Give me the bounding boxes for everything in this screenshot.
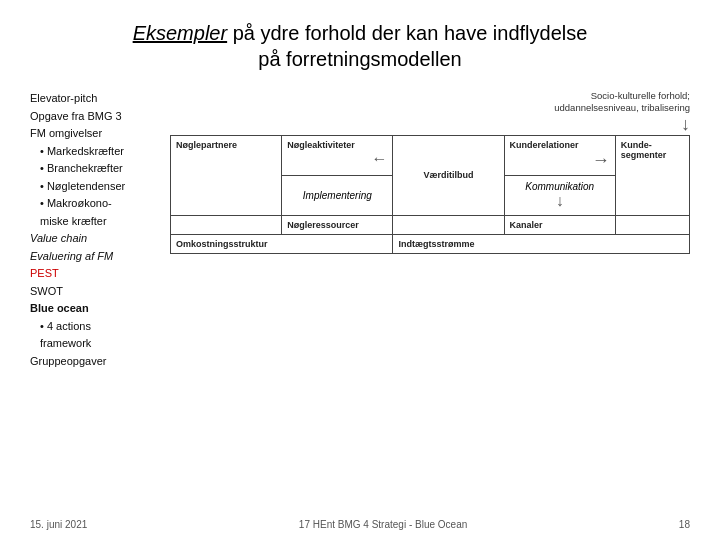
list-item: PEST [30,265,160,282]
list-item: Elevator-pitch [30,90,160,107]
title-part3: på forretningsmodellen [258,48,461,70]
footer: 15. juni 2021 17 HEnt BMG 4 Strategi - B… [0,519,720,530]
cell-kanaler: Kanaler [504,215,615,234]
list-item: miske kræfter [30,213,160,230]
list-item: framework [30,335,160,352]
list-item: Gruppeopgaver [30,353,160,370]
title-eksempler: Eksempler [133,22,227,44]
list-item: Evaluering af FM [30,248,160,265]
list-item: • Makroøkono- [30,195,160,212]
footer-center: 17 HEnt BMG 4 Strategi - Blue Ocean [299,519,467,530]
cell-kundesegmenter-spacer [615,215,689,234]
list-item: SWOT [30,283,160,300]
list-item: • Nøgletendenser [30,178,160,195]
content-area: Elevator-pitch Opgave fra BMG 3 FM omgiv… [30,90,690,370]
page-title: Eksempler på ydre forhold der kan have i… [30,20,690,72]
cell-vaerditilbud-spacer [393,215,504,234]
socio-label-1: Socio-kulturelle forhold; [591,90,690,101]
arrow-right-icon: → [592,150,610,171]
list-item: • 4 actions [30,318,160,335]
cell-vaerditilbud: Værditilbud [393,135,504,215]
bmc-table: Nøglepartnere Nøgleaktiviteter ← Værditi… [170,135,690,254]
page: Eksempler på ydre forhold der kan have i… [0,0,720,540]
list-item: • Markedskræfter [30,143,160,160]
cell-nogleressourcer: Nøgleressourcer [282,215,393,234]
cell-nogleaktiviteter: Nøgleaktiviteter ← [282,135,393,175]
cell-kundesegmenter: Kunde- segmenter [615,135,689,215]
list-item: Value chain [30,230,160,247]
cell-implementering: Implementering [282,175,393,215]
list-item: Opgave fra BMG 3 [30,108,160,125]
bmc-canvas: Socio-kulturelle forhold; uddannelsesniv… [170,90,690,370]
arrow-down-icon: ↓ [556,192,564,210]
cell-kommunikation: Kommunikation ↓ [504,175,615,215]
left-sidebar: Elevator-pitch Opgave fra BMG 3 FM omgiv… [30,90,160,370]
list-item: FM omgivelser [30,125,160,142]
socio-label-2: uddannelsesniveau, tribalisering [554,102,690,113]
list-item: Blue ocean [30,300,160,317]
footer-page: 18 [679,519,690,530]
arrow-left-icon: ← [371,150,387,168]
cell-noglepartnere-spacer [171,215,282,234]
list-item: • Branchekræfter [30,160,160,177]
title-part2: på ydre forhold der kan have indflydelse [227,22,587,44]
cell-kunderelationer: Kunderelationer → [504,135,615,175]
cell-omkostningsstruktur: Omkostningsstruktur [171,234,393,253]
cell-indtaegtsstroemme: Indtægtsstrømme [393,234,690,253]
cell-noglepartnere: Nøglepartnere [171,135,282,215]
footer-date: 15. juni 2021 [30,519,87,530]
